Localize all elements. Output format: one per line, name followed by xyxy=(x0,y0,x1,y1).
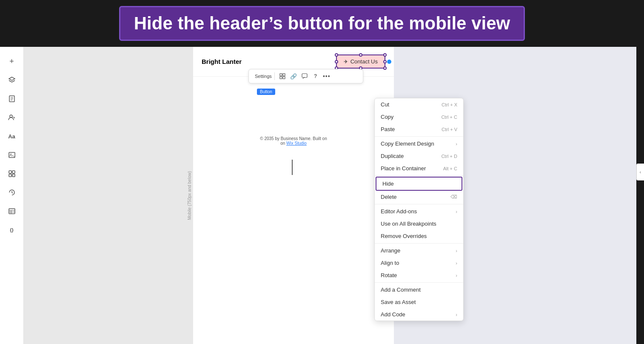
ctx-add-code-label: Add Code xyxy=(381,311,405,318)
contact-button-label: Contact Us xyxy=(350,58,378,65)
ctx-hide[interactable]: Hide xyxy=(376,177,462,191)
apps-icon[interactable] xyxy=(4,166,20,181)
ctx-editor-addons-arrow: › xyxy=(456,209,457,214)
footer-link[interactable]: Wix Studio xyxy=(286,141,307,146)
ctx-duplicate[interactable]: Duplicate Ctrl + D xyxy=(375,150,463,162)
toolbar-comment-icon[interactable] xyxy=(299,71,310,81)
ctx-save-asset-label: Save as Asset xyxy=(381,299,416,305)
handle-br xyxy=(383,66,387,70)
ctx-divider-1 xyxy=(375,136,463,137)
handle-tl xyxy=(335,53,338,57)
toolbar-help-icon[interactable]: ? xyxy=(311,71,321,81)
website-frame: Bright Lanter ✈ Contact Us xyxy=(193,47,394,344)
svg-rect-15 xyxy=(280,74,282,76)
ctx-use-all-breakpoints-label: Use on All Breakpoints xyxy=(381,221,436,227)
ctx-add-comment-label: Add a Comment xyxy=(381,287,421,293)
ctx-save-asset[interactable]: Save as Asset xyxy=(375,296,463,308)
ctx-cut-shortcut: Ctrl + X xyxy=(442,102,457,107)
ctx-divider-4 xyxy=(375,243,463,244)
ctx-copy-design-label: Copy Element Design xyxy=(381,140,434,147)
svg-point-6 xyxy=(10,154,11,155)
ctx-copy-design[interactable]: Copy Element Design › xyxy=(375,138,463,150)
font-icon[interactable]: Aa xyxy=(4,129,20,144)
canvas-area: Mobile (750px and below) Bright Lanter ✈… xyxy=(24,47,636,344)
ctx-copy-shortcut: Ctrl + C xyxy=(441,115,457,120)
svg-rect-16 xyxy=(283,74,285,76)
code-icon[interactable]: {} xyxy=(4,222,20,238)
ctx-paste-label: Paste xyxy=(381,126,395,132)
ctx-divider-2 xyxy=(375,175,463,176)
footer-link-pre: on xyxy=(280,141,286,146)
ctx-place-in-container[interactable]: Place in Container Alt + C xyxy=(375,162,463,175)
ctx-cut[interactable]: Cut Ctrl + X xyxy=(375,98,463,111)
mobile-label: Mobile (750px and below) xyxy=(187,171,192,220)
ctx-arrange[interactable]: Arrange › xyxy=(375,244,463,257)
svg-rect-10 xyxy=(12,174,15,177)
left-sidebar: + Aa {} xyxy=(0,47,24,344)
ctx-paste-shortcut: Ctrl + V xyxy=(442,127,457,132)
mobile-label-bar: Mobile (750px and below) xyxy=(185,47,193,344)
contact-icon: ✈ xyxy=(344,59,348,65)
banner-text: Hide the header’s button for the mobile … xyxy=(134,13,510,33)
people-icon[interactable] xyxy=(4,110,20,125)
toolbar-settings-label[interactable]: Settings xyxy=(252,72,275,80)
image-icon[interactable] xyxy=(4,147,20,163)
ctx-remove-overrides[interactable]: Remove Overrides xyxy=(375,230,463,242)
ctx-copy-design-arrow: › xyxy=(456,141,457,146)
contact-button-wrapper[interactable]: ✈ Contact Us xyxy=(336,54,385,69)
ctx-paste[interactable]: Paste Ctrl + V xyxy=(375,123,463,135)
toolbar-link-icon[interactable]: 🔗 xyxy=(288,71,299,81)
ctx-delete-label: Delete xyxy=(381,194,397,200)
handle-rm xyxy=(383,60,387,63)
contact-button[interactable]: ✈ Contact Us xyxy=(336,54,385,69)
ctx-copy-label: Copy xyxy=(381,114,393,120)
site-logo: Bright Lanter xyxy=(202,58,242,65)
svg-rect-7 xyxy=(9,171,11,173)
svg-rect-8 xyxy=(12,171,15,173)
ctx-arrange-label: Arrange xyxy=(381,247,400,254)
ctx-hide-label: Hide xyxy=(382,181,394,187)
ctx-add-code[interactable]: Add Code › xyxy=(375,308,463,321)
ctx-align-to[interactable]: Align to › xyxy=(375,257,463,269)
interaction-icon[interactable] xyxy=(4,185,20,200)
ctx-add-comment[interactable]: Add a Comment xyxy=(375,284,463,296)
layers-icon[interactable] xyxy=(4,72,20,88)
ctx-align-to-arrow: › xyxy=(456,261,457,266)
svg-rect-19 xyxy=(302,74,307,77)
handle-tm xyxy=(359,53,362,57)
ctx-delete[interactable]: Delete ⌫ xyxy=(375,191,463,203)
banner-box: Hide the header’s button for the mobile … xyxy=(119,6,525,41)
add-icon[interactable]: + xyxy=(4,54,20,69)
ctx-copy[interactable]: Copy Ctrl + C xyxy=(375,111,463,123)
handle-tr xyxy=(383,53,387,57)
ctx-rotate-label: Rotate xyxy=(381,272,397,278)
ctx-arrange-arrow: › xyxy=(456,248,457,253)
top-banner: Hide the header’s button for the mobile … xyxy=(0,0,644,47)
ctx-rotate-arrow: › xyxy=(456,273,457,278)
table-icon[interactable] xyxy=(4,204,20,219)
ctx-use-all-breakpoints[interactable]: Use on All Breakpoints xyxy=(375,218,463,230)
ctx-place-shortcut: Alt + C xyxy=(443,166,457,171)
accent-dot xyxy=(387,60,391,64)
ctx-editor-addons[interactable]: Editor Add-ons › xyxy=(375,205,463,218)
right-sidebar-toggle[interactable]: ‹ xyxy=(636,163,644,181)
toolbar-more-icon[interactable]: ••• xyxy=(322,71,332,81)
button-badge: Button xyxy=(257,89,275,95)
toolbar-layout-icon[interactable] xyxy=(277,71,288,81)
element-toolbar: Settings 🔗 ? ••• xyxy=(248,69,363,83)
footer-text: © 2035 by Business Name. Built on xyxy=(260,136,327,141)
svg-rect-18 xyxy=(283,77,285,79)
ctx-divider-5 xyxy=(375,282,463,283)
svg-rect-17 xyxy=(280,77,282,79)
svg-point-4 xyxy=(10,115,12,118)
ctx-duplicate-label: Duplicate xyxy=(381,153,404,159)
context-menu: Cut Ctrl + X Copy Ctrl + C Paste Ctrl + … xyxy=(374,98,464,321)
ctx-editor-addons-label: Editor Add-ons xyxy=(381,208,417,215)
ctx-rotate[interactable]: Rotate › xyxy=(375,269,463,281)
ctx-duplicate-shortcut: Ctrl + D xyxy=(441,154,457,159)
cursor-line xyxy=(292,160,293,175)
ctx-remove-overrides-label: Remove Overrides xyxy=(381,233,427,239)
ctx-divider-3 xyxy=(375,204,463,204)
page-icon[interactable] xyxy=(4,91,20,106)
ctx-cut-label: Cut xyxy=(381,101,389,108)
